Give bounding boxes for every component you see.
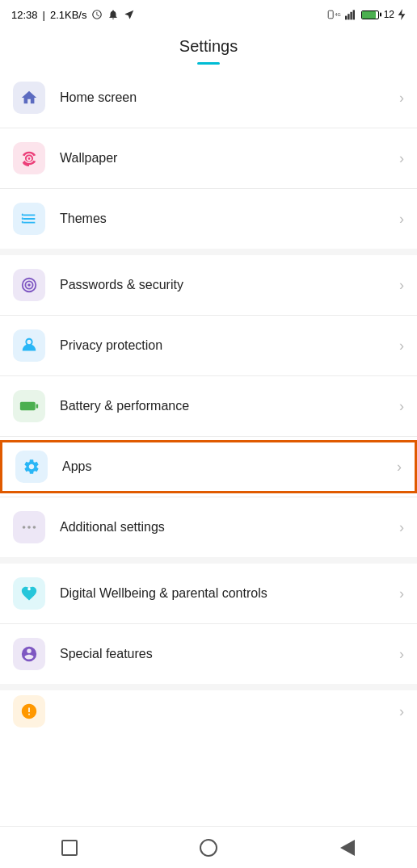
svg-rect-13: [20, 402, 36, 410]
svg-rect-4: [350, 12, 352, 20]
passwords-security-label: Passwords & security: [60, 278, 399, 292]
home-icon: [20, 89, 38, 107]
divider-thick-2: [0, 557, 417, 564]
privacy-icon-wrap: [13, 329, 45, 362]
partial-chevron: ›: [399, 703, 404, 720]
svg-text:4G: 4G: [335, 12, 340, 17]
settings-item-partial[interactable]: ›: [0, 694, 417, 729]
additional-icon-wrap: [13, 511, 45, 543]
special-features-icon: [20, 645, 38, 663]
wellbeing-icon-wrap: [13, 577, 45, 610]
passwords-security-chevron: ›: [399, 277, 404, 294]
svg-point-18: [27, 588, 31, 591]
gps-icon: [124, 9, 135, 20]
battery-indicator: [361, 10, 379, 19]
settings-item-passwords-security[interactable]: Passwords & security ›: [0, 258, 417, 312]
svg-rect-9: [22, 221, 23, 224]
wallpaper-icon-wrap: [13, 142, 45, 174]
accent-bar: [197, 62, 220, 65]
status-right: 4G 12: [327, 9, 406, 20]
digital-wellbeing-label: Digital Wellbeing & parental controls: [60, 586, 399, 601]
divider-thick-3: [0, 684, 417, 690]
svg-rect-3: [348, 14, 349, 19]
svg-rect-2: [345, 16, 347, 20]
back-icon: [340, 840, 355, 856]
svg-point-15: [23, 526, 26, 529]
recents-icon: [61, 840, 78, 856]
divider-2: [0, 188, 417, 189]
battery-fill: [362, 11, 376, 19]
wallpaper-chevron: ›: [399, 150, 404, 167]
settings-item-privacy-protection[interactable]: Privacy protection ›: [0, 319, 417, 372]
settings-item-special-features[interactable]: Special features ›: [0, 627, 417, 681]
recents-button[interactable]: [52, 830, 87, 866]
notification-icon: [107, 9, 119, 20]
home-button[interactable]: [191, 830, 226, 866]
themes-label: Themes: [60, 212, 399, 226]
divider-7: [0, 623, 417, 624]
privacy-protection-chevron: ›: [399, 338, 404, 354]
battery-tip: [380, 13, 381, 17]
apps-chevron: ›: [397, 459, 402, 476]
apps-icon-wrap: [15, 451, 48, 483]
svg-rect-8: [22, 217, 23, 220]
digital-wellbeing-chevron: ›: [399, 585, 404, 602]
separator: |: [43, 9, 45, 21]
status-bar: 12:38 | 2.1KB/s 4G: [0, 0, 417, 29]
themes-icon: [20, 210, 38, 228]
home-screen-chevron: ›: [399, 90, 404, 107]
battery-percent: 12: [384, 9, 394, 20]
status-left: 12:38 | 2.1KB/s: [11, 9, 135, 21]
security-icon-wrap: [13, 269, 45, 301]
battery-performance-label: Battery & performance: [60, 399, 399, 413]
settings-item-battery-performance[interactable]: Battery & performance ›: [0, 379, 417, 433]
special-features-chevron: ›: [399, 646, 404, 663]
svg-rect-5: [352, 10, 354, 19]
apps-gear-icon: [23, 458, 40, 476]
privacy-protection-label: Privacy protection: [60, 338, 399, 353]
battery-perf-icon-wrap: [13, 390, 45, 422]
privacy-icon: [20, 337, 38, 354]
themes-icon-wrap: [13, 203, 45, 235]
partial-icon: [20, 702, 38, 720]
settings-item-apps[interactable]: Apps ›: [0, 440, 417, 493]
divider-3: [0, 315, 417, 316]
network-speed: 2.1KB/s: [50, 9, 87, 21]
divider-thick-1: [0, 249, 417, 255]
security-icon: [20, 276, 38, 294]
svg-rect-7: [22, 214, 23, 216]
wallpaper-label: Wallpaper: [60, 151, 399, 166]
special-features-label: Special features: [60, 647, 399, 661]
special-icon-wrap: [13, 638, 45, 670]
additional-settings-chevron: ›: [399, 519, 404, 536]
divider-6: [0, 497, 417, 497]
settings-item-additional-settings[interactable]: Additional settings ›: [0, 501, 417, 554]
settings-item-wallpaper[interactable]: Wallpaper ›: [0, 132, 417, 185]
back-button[interactable]: [330, 830, 365, 866]
signal-icon: [345, 9, 358, 20]
home-screen-label: Home screen: [60, 90, 399, 105]
battery-performance-chevron: ›: [399, 398, 404, 415]
alarm-icon: [91, 9, 103, 20]
svg-rect-0: [328, 10, 333, 19]
additional-settings-label: Additional settings: [60, 520, 399, 535]
home-screen-icon-wrap: [13, 82, 45, 114]
apps-label: Apps: [62, 459, 397, 474]
divider-4: [0, 375, 417, 376]
wellbeing-icon: [20, 585, 38, 602]
settings-item-themes[interactable]: Themes ›: [0, 192, 417, 245]
settings-item-digital-wellbeing[interactable]: Digital Wellbeing & parental controls ›: [0, 567, 417, 620]
sim-icon: 4G: [327, 9, 342, 20]
svg-point-17: [33, 526, 36, 529]
partial-icon-wrap: [13, 695, 45, 728]
bottom-nav: [0, 826, 417, 868]
divider-5: [0, 436, 417, 437]
wallpaper-icon: [20, 149, 38, 167]
themes-chevron: ›: [399, 211, 404, 228]
svg-marker-6: [398, 9, 406, 20]
additional-icon: [20, 518, 38, 536]
settings-list: Home screen › Wallpaper › Themes ›: [0, 71, 417, 729]
svg-point-12: [27, 283, 31, 287]
settings-item-home-screen[interactable]: Home screen ›: [0, 71, 417, 124]
battery-perf-icon: [19, 400, 39, 413]
